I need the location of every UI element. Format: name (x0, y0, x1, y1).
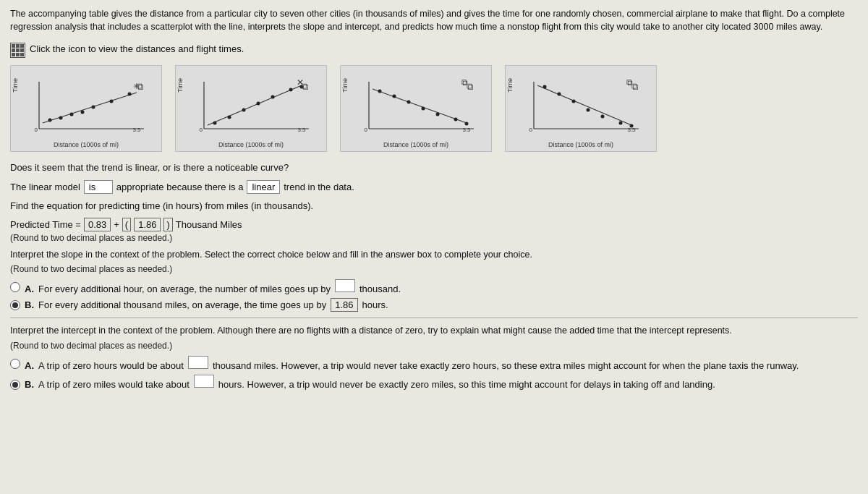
external-link-icon-4[interactable]: ⧉ (631, 81, 638, 93)
q4-radio-a[interactable] (10, 282, 20, 292)
q2-dropdown-linear[interactable]: linear (247, 180, 280, 194)
q2-dropdown-is[interactable]: is (84, 180, 113, 194)
q4-label-b: B. (25, 299, 34, 310)
q4-round-note: (Round to two decimal places as needed.) (10, 264, 858, 274)
equation-round-note: (Round to two decimal places as needed.) (10, 233, 858, 243)
q2-prefix: The linear model (10, 182, 80, 192)
svg-point-31 (378, 90, 382, 93)
q5-a-answer[interactable] (188, 356, 208, 369)
svg-point-32 (393, 95, 396, 98)
click-icon-text: Click the icon to view the distances and… (30, 43, 244, 54)
q4-option-a[interactable]: A. For every additional hour, on average… (10, 279, 858, 294)
xaxis-label-1: Distance (1000s of mi) (54, 141, 119, 148)
external-link-icon-1[interactable]: ⧉ (137, 81, 143, 93)
svg-point-23 (289, 88, 293, 92)
scatterplot-3: Time 0 3.5 ⧉ ⧉ (340, 65, 492, 152)
q5-round-note: (Round to two decimal places as needed.) (10, 341, 858, 351)
equation-operator: + (114, 219, 119, 230)
svg-point-6 (59, 116, 63, 120)
q5-radio-a[interactable] (10, 359, 20, 369)
svg-point-50 (630, 124, 634, 128)
q5-b-text-before: A trip of zero miles would take about (38, 379, 190, 390)
svg-point-33 (407, 101, 411, 104)
q4-a-text-before: For every additional hour, on average, t… (38, 284, 331, 294)
q5-option-b[interactable]: B. A trip of zero miles would take about… (10, 375, 858, 390)
svg-text:0: 0 (35, 127, 38, 133)
svg-point-49 (619, 122, 623, 125)
svg-point-20 (242, 108, 246, 112)
equation-units: Thousand Miles (176, 219, 242, 230)
svg-point-34 (422, 107, 425, 111)
q2-row: The linear model is appropriate because … (10, 180, 858, 194)
q5-a-text-after: thousand miles. However, a trip would ne… (213, 360, 799, 371)
svg-text:3.5: 3.5 (297, 127, 306, 133)
yaxis-label-2: Time (176, 78, 184, 93)
q5-b-text-after: hours. However, a trip would never be ex… (218, 379, 715, 390)
svg-point-8 (81, 111, 85, 114)
svg-line-30 (373, 89, 467, 123)
q4-b-text-before: For every additional thousand miles, on … (38, 299, 326, 310)
svg-text:3.5: 3.5 (132, 127, 141, 133)
svg-point-48 (601, 115, 605, 119)
scatterplot-4: Time 0 3.5 ⧉ ⧉ (505, 65, 657, 152)
equation-intercept[interactable]: 0.83 (84, 218, 111, 231)
grid-icon[interactable] (10, 39, 25, 58)
svg-point-7 (70, 113, 74, 116)
svg-line-4 (43, 93, 137, 123)
q5-label-a: A. (25, 360, 34, 371)
q1-text: Does it seem that the trend is linear, o… (10, 161, 858, 175)
equation-close-paren: ) (163, 218, 172, 231)
svg-point-19 (228, 116, 231, 119)
q5-radio-b[interactable] (10, 380, 20, 390)
q3-text: Find the equation for predicting time (i… (10, 199, 858, 213)
q4-b-text-after: hours. (362, 299, 388, 310)
scatterplot-row: Time 0 3.5 (10, 65, 858, 152)
svg-point-36 (454, 118, 458, 122)
scatterplot-1: Time 0 3.5 (10, 65, 162, 152)
yaxis-label-1: Time (12, 78, 19, 93)
external-link-icon-2[interactable]: ⧉ (302, 81, 308, 93)
external-link-icon-3[interactable]: ⧉ (467, 81, 473, 93)
q5-a-text-before: A trip of zero hours would be about (38, 360, 184, 371)
header-description: The accompanying table gives the distanc… (10, 7, 858, 33)
svg-point-45 (558, 93, 561, 96)
svg-point-35 (436, 113, 440, 116)
xaxis-label-3: Distance (1000s of mi) (383, 141, 448, 148)
q5-option-a[interactable]: A. A trip of zero hours would be about t… (10, 356, 858, 371)
svg-text:3.5: 3.5 (462, 127, 471, 133)
q4-radio-b[interactable] (10, 300, 20, 310)
q2-suffix: trend in the data. (284, 182, 354, 192)
svg-point-9 (92, 106, 95, 109)
q4-option-b[interactable]: B. For every additional thousand miles, … (10, 298, 858, 312)
scatterplot-2: Time 0 3.5 ✕ ⧉ (175, 65, 327, 152)
equation-slope-paren: ( (122, 218, 131, 231)
svg-line-17 (208, 85, 302, 125)
xaxis-label-2: Distance (1000s of mi) (218, 141, 284, 148)
q4-header: Interpret the slope in the context of th… (10, 248, 858, 261)
yaxis-label-3: Time (341, 78, 349, 93)
q4-a-answer[interactable] (335, 279, 355, 292)
svg-point-46 (572, 100, 576, 103)
q2-middle: appropriate because there is a (116, 182, 244, 192)
q4-a-text-after: thousand. (359, 284, 401, 294)
svg-point-22 (271, 95, 275, 99)
equation-row: Predicted Time = 0.83 + (1.86) Thousand … (10, 218, 858, 231)
svg-text:0: 0 (529, 127, 533, 133)
svg-point-37 (465, 122, 469, 126)
svg-text:0: 0 (365, 127, 368, 133)
svg-point-11 (128, 93, 132, 96)
q5-label-b: B. (25, 379, 34, 390)
svg-point-18 (213, 122, 217, 125)
q5-header: Interpret the intercept in the context o… (10, 324, 858, 337)
xaxis-label-4: Distance (1000s of mi) (548, 141, 613, 148)
svg-line-43 (537, 85, 631, 125)
q4-b-answer[interactable]: 1.86 (331, 298, 357, 312)
q4-label-a: A. (25, 284, 34, 294)
svg-text:0: 0 (200, 127, 203, 133)
svg-point-5 (48, 119, 52, 122)
equation-label: Predicted Time = (10, 219, 81, 230)
svg-point-47 (587, 108, 590, 112)
svg-point-21 (257, 102, 260, 106)
equation-slope[interactable]: 1.86 (134, 218, 161, 231)
q5-b-answer[interactable] (194, 375, 214, 388)
